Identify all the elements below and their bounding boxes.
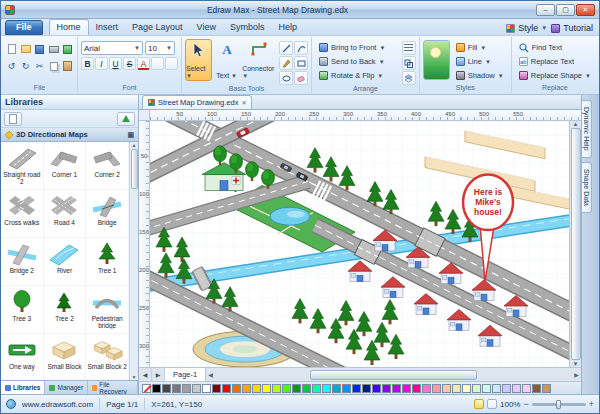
- tab-file-recovery[interactable]: File Recovery: [88, 381, 138, 394]
- palette-color-swatch[interactable]: [462, 384, 471, 393]
- palette-color-swatch[interactable]: [272, 384, 281, 393]
- paste-button[interactable]: [61, 58, 74, 74]
- library-item[interactable]: Corner 2: [86, 142, 129, 190]
- palette-color-swatch[interactable]: [532, 384, 541, 393]
- palette-color-swatch[interactable]: [182, 384, 191, 393]
- scroll-right-icon[interactable]: ▶: [574, 371, 579, 378]
- tab-dynamic-help[interactable]: Dynamic Help: [582, 100, 592, 158]
- no-color-swatch[interactable]: [142, 384, 151, 393]
- library-item[interactable]: One way: [1, 334, 44, 380]
- cut-button[interactable]: ✂: [33, 58, 46, 74]
- tutorial-menu[interactable]: Tutorial: [549, 23, 595, 35]
- palette-color-swatch[interactable]: [472, 384, 481, 393]
- close-document-icon[interactable]: ✕: [241, 99, 246, 106]
- library-item[interactable]: Small Block 2: [86, 334, 129, 380]
- tab-manager[interactable]: Manager: [45, 381, 88, 394]
- drawing-canvas[interactable]: Here is Mike's house!: [150, 121, 569, 367]
- page-tab[interactable]: Page-1: [165, 368, 206, 381]
- palette-color-swatch[interactable]: [392, 384, 401, 393]
- palette-color-swatch[interactable]: [202, 384, 211, 393]
- scroll-up-icon[interactable]: ▲: [573, 121, 579, 127]
- replace-shape-button[interactable]: Replace Shape▼: [515, 69, 595, 82]
- vertical-scrollbar[interactable]: ▲ ▼: [569, 121, 581, 367]
- library-item[interactable]: Tree 3: [1, 286, 44, 334]
- italic-button[interactable]: I: [95, 57, 108, 70]
- library-item[interactable]: Small Block: [44, 334, 87, 380]
- replace-text-button[interactable]: abReplace Text: [515, 55, 595, 68]
- scroll-left-icon[interactable]: ◀: [208, 371, 213, 378]
- library-item[interactable]: Tree 2: [44, 286, 87, 334]
- select-tool-button[interactable]: Select ▼: [185, 39, 212, 81]
- horizontal-scrollbar-thumb[interactable]: [310, 370, 477, 380]
- palette-color-swatch[interactable]: [492, 384, 501, 393]
- rectangle-tool-button[interactable]: [294, 56, 308, 70]
- palette-color-swatch[interactable]: [512, 384, 521, 393]
- line-tool-button[interactable]: [279, 41, 293, 55]
- next-page-button[interactable]: ▶: [152, 368, 165, 381]
- rotate-flip-button[interactable]: Rotate & Flip▼: [315, 69, 400, 82]
- library-scrollbar-thumb[interactable]: [131, 149, 138, 189]
- library-item[interactable]: Straight road 2: [1, 142, 44, 190]
- open-button[interactable]: [19, 41, 32, 57]
- palette-color-swatch[interactable]: [482, 384, 491, 393]
- palette-color-swatch[interactable]: [452, 384, 461, 393]
- zoom-out-button[interactable]: −: [523, 400, 528, 409]
- align-button[interactable]: [402, 41, 416, 55]
- theme-style-button[interactable]: [423, 40, 450, 80]
- tab-home[interactable]: Home: [49, 19, 89, 35]
- bold-button[interactable]: B: [81, 57, 94, 70]
- line-button[interactable]: Line▼: [452, 55, 508, 68]
- library-item[interactable]: Cross walks: [1, 190, 44, 238]
- layer-button[interactable]: [402, 71, 416, 85]
- palette-color-swatch[interactable]: [292, 384, 301, 393]
- palette-color-swatch[interactable]: [262, 384, 271, 393]
- maximize-button[interactable]: ▢: [556, 4, 575, 16]
- tab-help[interactable]: Help: [271, 20, 304, 35]
- palette-color-swatch[interactable]: [502, 384, 511, 393]
- underline-button[interactable]: U: [109, 57, 122, 70]
- street-map-drawing[interactable]: Here is Mike's house!: [150, 121, 569, 367]
- palette-color-swatch[interactable]: [422, 384, 431, 393]
- palette-color-swatch[interactable]: [312, 384, 321, 393]
- fit-page-button[interactable]: [474, 399, 484, 409]
- tab-libraries[interactable]: Libraries: [1, 381, 45, 394]
- font-name-combobox[interactable]: Arial▼: [81, 41, 143, 55]
- palette-color-swatch[interactable]: [252, 384, 261, 393]
- library-item[interactable]: Tree 1: [86, 238, 129, 286]
- shadow-button[interactable]: Shadow▼: [452, 69, 508, 82]
- palette-color-swatch[interactable]: [282, 384, 291, 393]
- align-left-button[interactable]: [151, 57, 164, 70]
- palette-color-swatch[interactable]: [362, 384, 371, 393]
- zoom-slider-thumb[interactable]: [556, 400, 561, 409]
- website-link[interactable]: www.edrawsoft.com: [22, 400, 93, 409]
- zoom-mode-button[interactable]: [487, 399, 497, 409]
- palette-color-swatch[interactable]: [402, 384, 411, 393]
- save-button[interactable]: [33, 41, 46, 57]
- palette-color-swatch[interactable]: [342, 384, 351, 393]
- zoom-in-button[interactable]: +: [589, 400, 594, 409]
- library-item[interactable]: Bridge 2: [1, 238, 44, 286]
- library-item[interactable]: River: [44, 238, 87, 286]
- library-section-header[interactable]: 3D Directional Maps ▣: [1, 128, 138, 142]
- palette-color-swatch[interactable]: [302, 384, 311, 393]
- library-item[interactable]: Pedestrian bridge: [86, 286, 129, 334]
- palette-color-swatch[interactable]: [242, 384, 251, 393]
- palette-color-swatch[interactable]: [432, 384, 441, 393]
- palette-color-swatch[interactable]: [412, 384, 421, 393]
- close-button[interactable]: ✕: [576, 4, 595, 16]
- connector-tool-button[interactable]: Connector ▼: [241, 39, 276, 81]
- library-item[interactable]: Bridge: [86, 190, 129, 238]
- font-size-combobox[interactable]: 10▼: [145, 41, 175, 55]
- undo-button[interactable]: ↺: [5, 58, 18, 74]
- new-document-button[interactable]: [5, 41, 18, 57]
- align-center-button[interactable]: [165, 57, 178, 70]
- group-button[interactable]: [402, 56, 416, 70]
- library-new-button[interactable]: [4, 112, 22, 126]
- palette-color-swatch[interactable]: [322, 384, 331, 393]
- library-import-button[interactable]: [117, 112, 135, 126]
- redo-button[interactable]: ↻: [19, 58, 32, 74]
- palette-color-swatch[interactable]: [542, 384, 551, 393]
- document-tab[interactable]: Street Map Drawing.edx ✕: [142, 95, 252, 109]
- palette-color-swatch[interactable]: [372, 384, 381, 393]
- palette-color-swatch[interactable]: [222, 384, 231, 393]
